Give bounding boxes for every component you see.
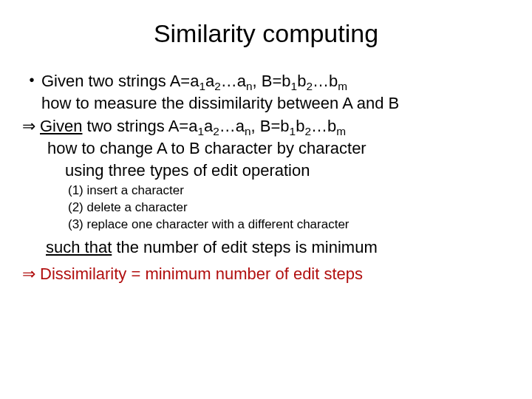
slide-body: • Given two strings A=a1a2…an, B=b1b2…bm… [22, 70, 510, 285]
t: the number of edit steps is minimum [112, 238, 377, 256]
s: n [245, 126, 251, 138]
s: 1 [197, 126, 204, 138]
t: such that [46, 238, 112, 256]
s: 2 [304, 126, 311, 138]
s: 1 [199, 80, 205, 92]
t: b [296, 117, 304, 135]
line1-content: Given two strings A=a1a2…an, B=b1b2…bm [41, 70, 510, 92]
t: …a [221, 72, 246, 90]
final-text: Dissimilarity = minimum number of edit s… [40, 263, 363, 285]
t: , B=b [251, 117, 290, 135]
t: Given two strings A=a [41, 72, 199, 90]
line2: how to measure the dissimilarity between… [22, 92, 510, 115]
s: n [246, 80, 253, 92]
s: 2 [213, 126, 219, 138]
t: two strings A=a [82, 117, 197, 135]
t: Given [40, 117, 82, 135]
line5: using three types of edit operation [22, 160, 510, 182]
t: a [204, 117, 213, 135]
s: 1 [291, 80, 298, 92]
t: …a [219, 117, 245, 135]
double-arrow-icon: ⇒ [22, 263, 40, 285]
op1: (1) insert a character [68, 183, 510, 200]
line3-content: Given two strings A=a1a2…an, B=b1b2…bm [40, 115, 510, 137]
line4: how to change A to B character by charac… [22, 137, 510, 160]
bullet-icon: • [22, 70, 41, 90]
op3: (3) replace one character with a differe… [68, 216, 510, 233]
t: a [205, 72, 214, 90]
t: …b [313, 72, 338, 90]
t: , B=b [253, 72, 291, 90]
imply-line-1: ⇒ Given two strings A=a1a2…an, B=b1b2…bm [22, 115, 510, 137]
final-line: ⇒ Dissimilarity = minimum number of edit… [22, 263, 510, 285]
such-that-line: such that the number of edit steps is mi… [22, 236, 510, 259]
s: 2 [306, 80, 313, 92]
operation-list: (1) insert a character (2) delete a char… [22, 183, 510, 233]
s: 1 [290, 126, 296, 138]
slide: Similarity computing • Given two strings… [0, 0, 532, 399]
slide-title: Similarity computing [22, 13, 510, 48]
t: b [297, 72, 306, 90]
bullet-line-1: • Given two strings A=a1a2…an, B=b1b2…bm [22, 70, 510, 92]
s: m [338, 80, 347, 92]
s: 2 [214, 80, 221, 92]
t: …b [311, 117, 336, 135]
op2: (2) delete a character [68, 200, 510, 216]
s: m [336, 126, 346, 138]
double-arrow-icon: ⇒ [22, 115, 40, 137]
